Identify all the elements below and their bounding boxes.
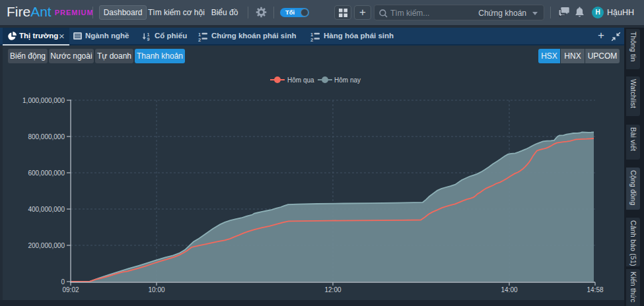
svg-text:400,000,000: 400,000,000 xyxy=(28,206,65,213)
svg-text:14:58: 14:58 xyxy=(587,286,603,293)
svg-text:2: 2 xyxy=(310,37,313,42)
svg-text:1,000,000,000: 1,000,000,000 xyxy=(22,97,65,104)
svg-text:9: 9 xyxy=(147,37,150,41)
svg-text:600,000,000: 600,000,000 xyxy=(28,169,65,177)
svg-text:12:00: 12:00 xyxy=(324,286,341,293)
svg-text:0: 0 xyxy=(61,278,65,286)
svg-text:Hôm qua: Hôm qua xyxy=(287,76,314,84)
svg-text:10:00: 10:00 xyxy=(148,286,164,293)
svg-text:800,000,000: 800,000,000 xyxy=(28,133,65,140)
svg-text:200,000,000: 200,000,000 xyxy=(28,242,65,249)
svg-text:Hôm nay: Hôm nay xyxy=(334,76,361,84)
svg-text:1: 1 xyxy=(147,32,150,37)
svg-text:14:00: 14:00 xyxy=(501,286,517,293)
svg-text:2: 2 xyxy=(198,37,201,42)
svg-text:09:02: 09:02 xyxy=(62,286,79,293)
